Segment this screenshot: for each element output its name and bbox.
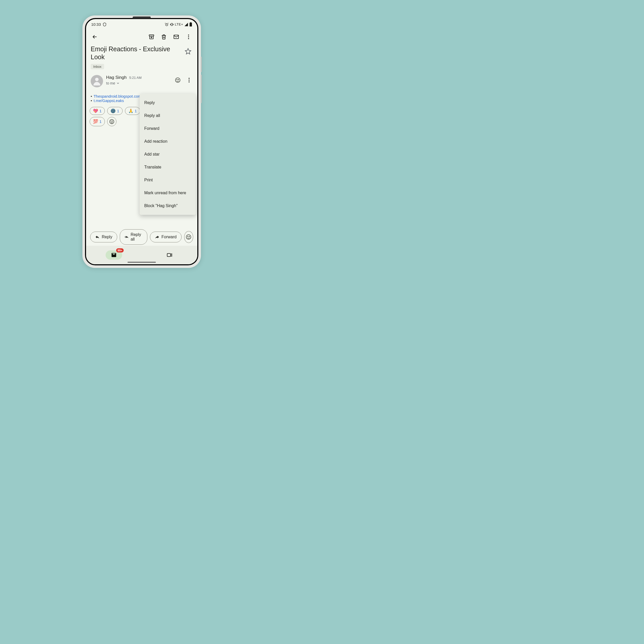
menu-reply[interactable]: Reply [140, 96, 196, 109]
svg-point-13 [189, 78, 190, 79]
svg-rect-2 [190, 23, 192, 27]
reaction-emoji: 💯 [93, 119, 98, 124]
reaction-count: 1 [117, 109, 119, 113]
recipient-label: to me [106, 81, 115, 85]
forward-label: Forward [162, 235, 177, 239]
menu-block[interactable]: Block "Hag Singh" [140, 199, 196, 212]
menu-forward[interactable]: Forward [140, 122, 196, 135]
svg-rect-1 [171, 23, 172, 26]
status-bar: 10:33 LTE+ [86, 19, 197, 28]
back-button[interactable] [90, 32, 100, 42]
svg-point-12 [178, 79, 179, 80]
svg-point-8 [188, 38, 189, 39]
battery-icon [189, 22, 192, 27]
archive-button[interactable] [146, 32, 157, 42]
reaction-count: 1 [99, 109, 101, 113]
reaction-chip[interactable]: 🌚 1 [107, 107, 122, 115]
menu-print[interactable]: Print [140, 174, 196, 187]
svg-point-11 [177, 79, 177, 80]
reaction-chip[interactable]: 💯 1 [90, 117, 105, 126]
nav-meet[interactable] [161, 250, 178, 260]
svg-point-6 [188, 35, 189, 36]
menu-reply-all[interactable]: Reply all [140, 109, 196, 122]
menu-add-reaction[interactable]: Add reaction [140, 135, 196, 148]
recipient-toggle[interactable]: to me [106, 81, 170, 85]
svg-point-20 [188, 236, 188, 237]
menu-add-star[interactable]: Add star [140, 148, 196, 161]
svg-point-16 [110, 119, 114, 124]
svg-point-19 [186, 235, 191, 239]
side-button [201, 57, 202, 72]
message-more-button[interactable] [184, 75, 194, 85]
body-link-2[interactable]: t.me/GappsLeaks [94, 98, 124, 103]
svg-rect-4 [149, 35, 154, 36]
body-link-1[interactable]: Thespandroid.blogspot.com [94, 94, 141, 98]
vibrate-icon [170, 22, 174, 27]
phone-screen: 10:33 LTE+ [85, 18, 198, 265]
svg-rect-22 [167, 253, 171, 257]
gesture-handle[interactable] [128, 262, 156, 263]
sender-name: Hag Singh [106, 75, 126, 80]
phone-speaker [133, 16, 151, 19]
reaction-count: 1 [99, 119, 101, 124]
menu-mark-unread[interactable]: Mark unread from here [140, 187, 196, 199]
reaction-emoji: 🙏 [128, 108, 133, 113]
react-button[interactable] [173, 75, 183, 85]
reply-all-label: Reply all [131, 232, 142, 242]
context-menu: Reply Reply all Forward Add reaction Add… [140, 94, 196, 215]
phone-frame: 10:33 LTE+ [82, 15, 201, 268]
svg-point-17 [111, 121, 112, 121]
delete-button[interactable] [159, 32, 169, 42]
add-reaction-button[interactable] [107, 117, 116, 126]
more-button[interactable] [183, 32, 194, 42]
label-chip[interactable]: Inbox [91, 64, 104, 69]
mail-badge: 99+ [116, 248, 124, 252]
svg-point-21 [189, 236, 190, 237]
svg-point-7 [188, 36, 189, 37]
svg-point-14 [189, 80, 190, 81]
reaction-emoji: 🌚 [111, 108, 116, 113]
svg-point-18 [112, 121, 113, 121]
shield-icon [103, 22, 107, 27]
sender-row: Hag Singh 5:21 AM to me [86, 69, 197, 89]
app-bar [86, 28, 197, 45]
svg-point-15 [189, 81, 190, 82]
svg-rect-3 [190, 22, 191, 23]
reaction-emoji: 💖 [93, 108, 98, 113]
avatar[interactable] [91, 75, 103, 87]
reaction-chip[interactable]: 💖 1 [90, 107, 105, 115]
network-label: LTE+ [175, 22, 183, 26]
reaction-round-button[interactable] [184, 231, 193, 243]
sender-time: 5:21 AM [129, 76, 142, 80]
svg-point-10 [175, 78, 180, 82]
reply-bar: Reply Reply all Forward [86, 229, 197, 245]
chevron-down-icon [116, 81, 120, 85]
menu-translate[interactable]: Translate [140, 161, 196, 174]
signal-icon [184, 22, 188, 27]
subject-row: Emoji Reactions - Exclusive Look [86, 45, 197, 62]
reply-all-button[interactable]: Reply all [120, 229, 147, 245]
forward-button[interactable]: Forward [150, 232, 182, 242]
nav-mail[interactable]: 99+ [106, 250, 122, 260]
reaction-chip[interactable]: 🙏 1 [125, 107, 140, 115]
reply-button[interactable]: Reply [90, 232, 117, 242]
email-subject: Emoji Reactions - Exclusive Look [91, 45, 181, 61]
status-time: 10:33 [91, 22, 101, 27]
star-button[interactable] [183, 47, 193, 56]
mark-unread-button[interactable] [171, 32, 181, 42]
reply-label: Reply [102, 235, 112, 239]
svg-point-9 [95, 78, 98, 81]
reaction-count: 1 [135, 109, 137, 113]
bottom-nav: 99+ [86, 246, 197, 264]
alarm-icon [165, 22, 169, 27]
side-button [201, 75, 202, 103]
